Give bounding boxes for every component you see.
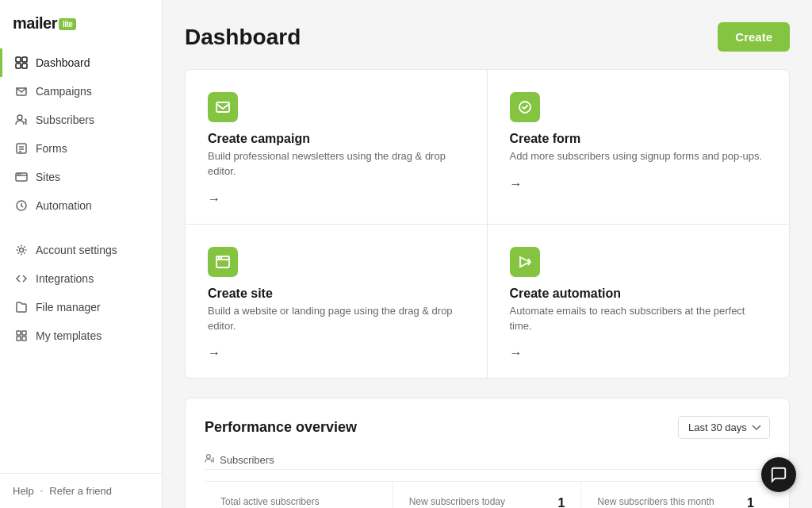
file-manager-icon: [15, 301, 28, 314]
card-desc: Build professional newsletters using the…: [208, 149, 465, 179]
stat-total-active: Total active subscribers 1 Want more sub…: [205, 482, 393, 508]
card-title: Create form: [510, 132, 768, 146]
logo-text: mailerlite: [13, 14, 76, 33]
sidebar-item-automation[interactable]: Automation: [0, 191, 162, 220]
arrow-icon: →: [510, 346, 768, 360]
page-title: Dashboard: [185, 25, 301, 50]
sidebar-item-label: Campaigns: [36, 85, 92, 98]
chat-button[interactable]: [761, 457, 796, 492]
svg-rect-1: [22, 57, 27, 62]
subscribers-section-label-row: Subscribers: [205, 453, 770, 470]
stat-new-today: New subscribers today 1 New Last 30 days…: [393, 482, 582, 508]
perf-header: Performance overview Last 30 days Last 7…: [205, 416, 770, 439]
settings-icon: [15, 244, 28, 256]
stat-label: New subscribers today: [409, 496, 505, 507]
subscribers-section-label: Subscribers: [220, 454, 274, 466]
stat-inline-value: 1: [747, 496, 754, 508]
svg-point-25: [206, 455, 210, 459]
logo-badge: lite: [59, 18, 76, 30]
site-icon: [208, 247, 238, 277]
svg-point-4: [17, 115, 22, 120]
sites-icon: [15, 171, 28, 183]
sidebar-item-label: File manager: [36, 301, 101, 314]
card-desc: Add more subscribers using signup forms …: [510, 149, 768, 164]
stat-inline-value: 1: [557, 496, 565, 508]
stat-label: Total active subscribers: [220, 496, 377, 507]
sidebar-item-label: Account settings: [36, 244, 117, 256]
templates-icon: [15, 329, 28, 342]
svg-rect-2: [16, 64, 21, 68]
sidebar-item-forms[interactable]: Forms: [0, 134, 162, 163]
svg-rect-16: [22, 331, 26, 335]
sidebar-item-subscribers[interactable]: Subscribers: [0, 106, 162, 134]
svg-rect-19: [216, 102, 229, 112]
card-title: Create automation: [510, 287, 768, 301]
subscribers-section-icon: [205, 453, 215, 466]
sidebar-item-campaigns[interactable]: Campaigns: [0, 77, 162, 106]
dashboard-icon: [15, 56, 28, 69]
stat-new-month: New subscribers this month 1 New Last 30…: [581, 482, 770, 508]
stats-row: Total active subscribers 1 Want more sub…: [205, 481, 770, 508]
email-icon: [208, 92, 238, 122]
forms-icon: [15, 142, 28, 155]
svg-point-14: [20, 248, 24, 252]
svg-rect-17: [17, 337, 21, 341]
subscribers-icon: [15, 114, 28, 126]
sidebar-item-label: My templates: [36, 329, 102, 342]
arrow-icon: →: [208, 346, 465, 360]
sidebar-item-integrations[interactable]: Integrations: [0, 264, 162, 293]
integrations-icon: [15, 272, 28, 285]
sidebar-nav: Dashboard Campaigns Subscribers: [0, 48, 162, 473]
refer-link[interactable]: Refer a friend: [49, 485, 112, 497]
sidebar: mailerlite Dashboard Campaigns: [0, 0, 163, 508]
logo: mailerlite: [0, 0, 162, 48]
card-title: Create campaign: [208, 132, 465, 146]
sidebar-item-dashboard[interactable]: Dashboard: [0, 48, 162, 77]
card-desc: Automate emails to reach subscribers at …: [510, 304, 768, 334]
campaigns-icon: [15, 85, 28, 98]
sidebar-item-label: Dashboard: [36, 56, 90, 69]
sidebar-item-label: Sites: [36, 171, 60, 183]
card-create-site[interactable]: Create site Build a website or landing p…: [186, 225, 488, 379]
main-content: Dashboard Create Create campaign Build p…: [163, 0, 812, 508]
svg-rect-15: [17, 331, 21, 335]
svg-rect-18: [22, 337, 26, 341]
sidebar-item-label: Automation: [36, 199, 92, 212]
create-button[interactable]: Create: [718, 22, 790, 52]
main-header: Dashboard Create: [185, 22, 790, 52]
card-create-form[interactable]: Create form Add more subscribers using s…: [488, 70, 790, 225]
period-select[interactable]: Last 30 days Last 7 days Last 90 days Th…: [678, 416, 770, 439]
arrow-icon: →: [510, 177, 768, 191]
perf-title: Performance overview: [205, 419, 357, 436]
card-title: Create site: [208, 287, 465, 301]
form-icon: [510, 92, 540, 122]
help-link[interactable]: Help: [13, 485, 34, 497]
automation-card-icon: [510, 247, 540, 277]
sidebar-footer: Help • Refer a friend: [0, 473, 162, 508]
sidebar-item-sites[interactable]: Sites: [0, 163, 162, 191]
arrow-icon: →: [208, 192, 465, 206]
sidebar-item-my-templates[interactable]: My templates: [0, 321, 162, 350]
sidebar-item-label: Integrations: [36, 272, 94, 285]
stat-label: New subscribers this month: [597, 496, 714, 507]
card-create-automation[interactable]: Create automation Automate emails to rea…: [488, 225, 790, 379]
quick-actions-grid: Create campaign Build professional newsl…: [185, 69, 790, 379]
automation-icon: [15, 199, 28, 212]
sidebar-item-label: Forms: [36, 142, 67, 155]
performance-overview: Performance overview Last 30 days Last 7…: [185, 398, 790, 508]
svg-rect-0: [16, 57, 21, 62]
card-desc: Build a website or landing page using th…: [208, 304, 465, 334]
svg-rect-3: [22, 64, 27, 68]
sidebar-item-account-settings[interactable]: Account settings: [0, 236, 162, 264]
sidebar-item-file-manager[interactable]: File manager: [0, 293, 162, 321]
card-create-campaign[interactable]: Create campaign Build professional newsl…: [186, 70, 488, 225]
sidebar-item-label: Subscribers: [36, 114, 94, 126]
footer-separator: •: [40, 487, 44, 495]
